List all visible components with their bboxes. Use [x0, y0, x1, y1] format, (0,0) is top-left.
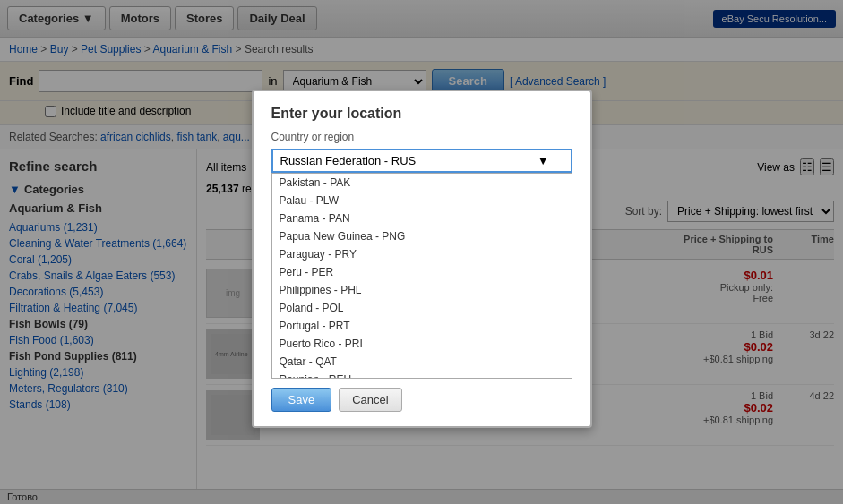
dropdown-item-peru[interactable]: Peru - PER [272, 263, 572, 281]
save-button[interactable]: Save [271, 388, 332, 412]
dropdown-item-panama[interactable]: Panama - PAN [272, 209, 572, 227]
modal-dropdown[interactable]: Pakistan - PAK Palau - PLW Panama - PAN … [271, 173, 572, 379]
dropdown-item-reunion[interactable]: Reunion - REU [272, 371, 572, 379]
dropdown-item-palau[interactable]: Palau - PLW [272, 192, 572, 209]
modal-title: Enter your location [271, 106, 572, 122]
modal-overlay: Enter your location Country or region Ru… [0, 0, 843, 504]
modal-selected-display[interactable]: Russian Federation - RUS ▼ [271, 149, 572, 173]
modal-country-label: Country or region [271, 131, 572, 143]
dropdown-item-portugal[interactable]: Portugal - PRT [272, 317, 572, 335]
dropdown-item-philippines[interactable]: Philippines - PHL [272, 281, 572, 299]
modal-select-wrapper: Russian Federation - RUS ▼ Pakistan - PA… [271, 149, 572, 379]
modal-selected-value: Russian Federation - RUS [280, 154, 417, 167]
dropdown-item-poland[interactable]: Poland - POL [272, 299, 572, 317]
dropdown-item-puerto-rico[interactable]: Puerto Rico - PRI [272, 335, 572, 353]
dropdown-item-pakistan[interactable]: Pakistan - PAK [272, 174, 572, 192]
dropdown-item-png[interactable]: Papua New Guinea - PNG [272, 227, 572, 245]
dropdown-item-qatar[interactable]: Qatar - QAT [272, 353, 572, 371]
modal-actions: Save Cancel [271, 388, 572, 412]
dropdown-arrow-icon: ▼ [538, 154, 549, 167]
cancel-button[interactable]: Cancel [339, 388, 401, 412]
dropdown-item-paraguay[interactable]: Paraguay - PRY [272, 245, 572, 263]
location-modal: Enter your location Country or region Ru… [252, 90, 592, 428]
